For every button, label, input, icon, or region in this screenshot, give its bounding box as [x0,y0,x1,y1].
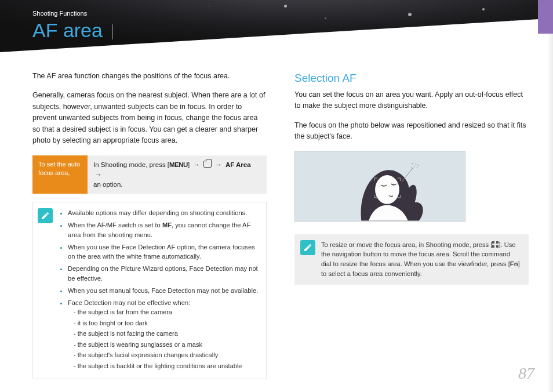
arrow-icon: → [193,161,200,168]
note-subitem: the subject is wearing sunglasses or a m… [74,340,259,350]
fn-key-label: Fn [510,260,518,267]
instr-text-3: an option. [93,181,123,188]
svg-point-4 [412,163,413,164]
note-item: When you use the Face Detection AF optio… [68,244,255,260]
instruction-steps: In Shooting mode, press [MENU] → → AF Ar… [88,155,267,194]
note-item: When the AF/MF switch is set to MF, you … [68,222,250,238]
svg-line-1 [402,168,413,182]
tip-box: To resize or move the focus area, in Sho… [294,234,529,285]
right-column: Selection AF You can set the focus on an… [294,71,529,379]
pencil-icon [300,240,315,255]
arrow-icon: → [215,161,222,168]
grid-icon [492,241,499,248]
note-item: Available options may differ depending o… [68,209,247,216]
tip-part-1: To resize or move the focus area, in Sho… [321,241,492,248]
note-subitem: the subject's facial expression changes … [74,350,259,360]
right-para-1: You can set the focus on an area you wan… [294,89,529,112]
right-para-2: The focus on the photo below was reposit… [294,120,529,143]
left-column: The AF area function changes the positio… [32,71,267,379]
svg-point-2 [414,166,415,167]
instr-text-2: ] [188,161,191,168]
pencil-icon [38,208,53,223]
svg-point-6 [418,165,419,166]
instr-text-1: In Shooting mode, press [ [93,161,169,168]
body-text: Generally, cameras focus on the nearest … [32,90,267,146]
note-item: Face Detection may not be effective when… [68,299,190,306]
intro-text: The AF area function changes the positio… [32,71,267,82]
menu-button-label: MENU [169,161,188,168]
note-list: Available options may differ depending o… [59,208,259,373]
instruction-row: To set the auto focus area, In Shooting … [32,155,267,194]
svg-point-7 [411,167,412,168]
breadcrumb: Shooting Functions [32,10,529,17]
svg-point-3 [416,164,417,165]
note-subitem: the subject is far from the camera [74,307,259,317]
tip-text: To resize or move the focus area, in Sho… [321,240,522,279]
note-subitem: the subject is backlit or the lighting c… [74,361,259,371]
af-area-label: AF Area [225,161,251,168]
example-illustration [294,151,465,222]
camera-icon [203,161,212,168]
note-item: Depending on the Picture Wizard options,… [68,265,258,282]
note-item: When you set manual focus, Face Detectio… [68,287,258,294]
svg-point-5 [417,167,418,168]
note-box: Available options may differ depending o… [32,202,267,379]
note-subitem: it is too bright or too dark [74,318,259,328]
arrow-icon: → [95,171,102,178]
page-title: AF area [32,19,529,42]
section-heading: Selection AF [294,72,529,85]
svg-point-0 [375,175,399,204]
note-subitem: the subject is not facing the camera [74,329,259,339]
instruction-label: To set the auto focus area, [32,155,88,194]
